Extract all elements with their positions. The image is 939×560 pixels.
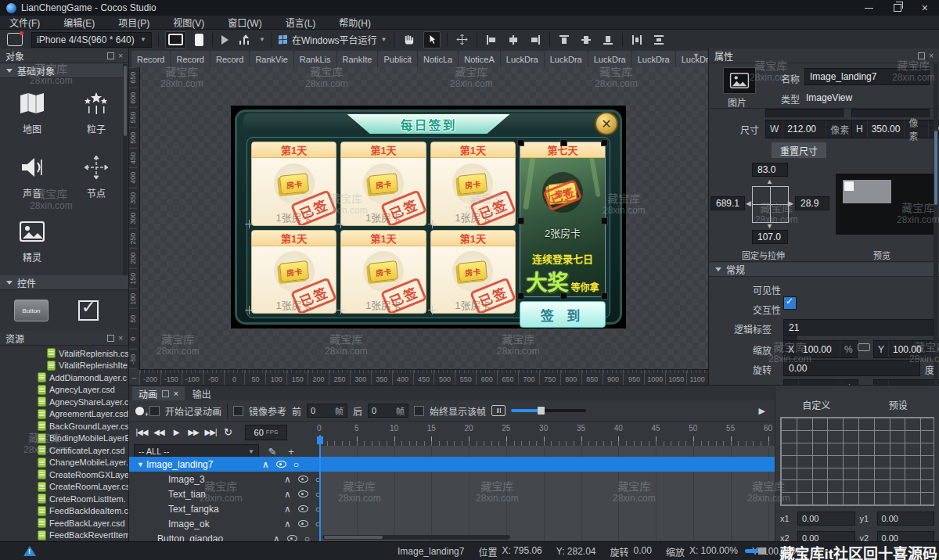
close-panel-icon[interactable]: × xyxy=(929,52,934,60)
align-center-button[interactable] xyxy=(505,32,521,48)
fps-input[interactable]: 60 FPS xyxy=(245,425,287,440)
keyframe-circle-icon[interactable]: ○ xyxy=(293,459,299,470)
document-tab[interactable]: NoticeA × xyxy=(459,51,500,67)
signin-day-card[interactable]: 第1天房卡1张房卡已签 xyxy=(340,142,426,226)
document-tab[interactable]: LuckDra × xyxy=(545,51,588,67)
document-tab[interactable]: NoticLa × xyxy=(418,51,458,67)
onion-skin-icon[interactable] xyxy=(491,405,505,416)
tab-output[interactable]: 输出 xyxy=(186,386,218,400)
tab-custom[interactable]: 自定义 xyxy=(775,398,858,414)
publish-button[interactable] xyxy=(237,32,253,48)
selection-handle[interactable] xyxy=(517,139,524,146)
height-input[interactable]: H 350.00 像素 ▼ xyxy=(851,120,939,138)
object-item-sprite[interactable]: 精灵 xyxy=(0,211,64,275)
portrait-button[interactable] xyxy=(192,32,206,48)
go-first-frame-button[interactable]: |◀◀ xyxy=(134,425,149,440)
device-select[interactable]: iPhone 4/4S(960 * 640) ▼ xyxy=(31,32,152,48)
float-panel-icon[interactable] xyxy=(107,335,114,342)
loop-button[interactable]: ↻ xyxy=(220,425,236,440)
close-panel-icon[interactable]: × xyxy=(118,52,123,60)
selection-handle[interactable] xyxy=(601,139,608,146)
resource-file-row[interactable]: FeedBackRevertItem xyxy=(0,529,128,542)
signin-button[interactable]: 签 到 xyxy=(520,301,606,328)
record-checkbox[interactable] xyxy=(149,406,160,416)
onion-opacity-slider[interactable] xyxy=(511,409,586,412)
next-frame-button[interactable]: ▶▶ xyxy=(185,425,201,440)
curve-grid[interactable] xyxy=(780,417,934,506)
selection-handle[interactable] xyxy=(560,139,567,146)
stage[interactable]: 每日签到 ✕ 第1天房卡1张房卡已签第1天房卡1张房卡已签第1天房卡1张房卡已签… xyxy=(231,106,626,328)
menu-item[interactable]: 文件(F) xyxy=(9,16,40,29)
basic-objects-section[interactable]: 基础对象 xyxy=(0,63,128,78)
tab-preset[interactable]: 预设 xyxy=(858,398,939,414)
prev-frame-button[interactable]: ◀◀ xyxy=(151,425,167,440)
resource-file-row[interactable]: BackGroundLayer.cs xyxy=(0,420,128,433)
resource-file-row[interactable]: AgreementLayer.csd xyxy=(0,408,128,421)
menu-item[interactable]: 语言(L) xyxy=(286,16,316,29)
align-bottom-button[interactable] xyxy=(600,32,616,48)
signin-day-card[interactable]: 第1天房卡1张房卡已签 xyxy=(340,230,426,314)
distribute-h-button[interactable] xyxy=(629,32,645,48)
lock-toggle-icon[interactable]: ∧ xyxy=(284,489,291,500)
signin-day-card[interactable]: 第1天房卡1张房卡已签 xyxy=(430,142,516,226)
dialog-close-button[interactable]: ✕ xyxy=(595,112,618,135)
mirror-checkbox[interactable] xyxy=(233,406,243,416)
selected-image-landing7[interactable]: 第七天 房卡 已签 2张房卡 连续登录七日 大奖 等你拿 xyxy=(520,142,606,297)
anchor-right-input[interactable]: 28.9 xyxy=(795,196,829,210)
day7-column[interactable]: 第七天 房卡 已签 2张房卡 连续登录七日 大奖 等你拿 xyxy=(520,142,606,314)
timeline-hscrollbar[interactable] xyxy=(322,535,510,540)
resource-file-row[interactable]: FeedBackLayer.csd xyxy=(0,517,128,529)
anchor-left-input[interactable]: 689.1 xyxy=(711,196,745,210)
resource-file-row[interactable]: CreateRoomGXLayer xyxy=(0,468,128,481)
close-icon[interactable]: × xyxy=(922,4,928,12)
anchor-bottom-input[interactable]: 107.0 xyxy=(752,230,788,244)
signin-day-card[interactable]: 第1天房卡1张房卡已签 xyxy=(251,142,336,226)
document-tab[interactable]: LuckDra × xyxy=(588,51,631,67)
objects-scrollbar[interactable] xyxy=(123,64,128,275)
signin-day-card[interactable]: 第1天房卡1张房卡已签 xyxy=(430,230,516,314)
resource-file-row[interactable]: CreateRoomLayer.cs xyxy=(0,481,128,494)
timeline-track-row[interactable]: ▼ Image_ok ∧ ○ xyxy=(129,516,775,531)
visibility-eye-icon[interactable] xyxy=(298,520,308,527)
object-item-map[interactable]: 地图 xyxy=(0,83,64,147)
tag-input[interactable]: 21 xyxy=(783,319,934,336)
object-item-node[interactable]: 节点 xyxy=(64,147,128,211)
document-tab[interactable]: LuckDra × xyxy=(501,51,544,67)
timeline-ruler-ticks[interactable] xyxy=(319,435,775,446)
visibility-eye-icon[interactable] xyxy=(298,490,308,497)
document-tab[interactable]: Record × xyxy=(210,51,249,67)
tab-animation[interactable]: 动画 × xyxy=(132,386,185,400)
design-canvas[interactable]: 650600550500450400350300250200150100500-… xyxy=(129,67,708,385)
menu-item[interactable]: 项目(P) xyxy=(118,16,149,29)
menu-item[interactable]: 视图(V) xyxy=(173,16,204,29)
add-animation-icon[interactable]: + xyxy=(286,446,297,458)
resource-file-row[interactable]: ChangeMobileLayer. xyxy=(0,457,128,469)
resource-file-row[interactable]: BindingMobileLayerE xyxy=(0,433,128,445)
visibility-eye-icon[interactable] xyxy=(287,535,297,541)
scale-y-input[interactable]: Y100.00% xyxy=(873,340,939,358)
selection-handle[interactable] xyxy=(601,217,608,224)
document-tab[interactable]: Publicit × xyxy=(378,51,416,67)
document-tab[interactable]: RankLis × xyxy=(294,51,336,67)
align-top-button[interactable] xyxy=(556,32,572,48)
restore-icon[interactable] xyxy=(894,4,901,12)
controls-section[interactable]: 控件 xyxy=(0,275,128,290)
align-left-button[interactable] xyxy=(484,32,499,48)
resource-file-row[interactable]: CertificateLayer.csd xyxy=(0,444,128,457)
link-scale-icon[interactable] xyxy=(858,343,870,351)
checkbox-widget-icon[interactable] xyxy=(78,300,99,321)
selection-handle[interactable] xyxy=(601,293,608,300)
distribute-v-button[interactable] xyxy=(651,32,667,48)
menu-item[interactable]: 窗口(W) xyxy=(228,16,261,29)
anchor-top-input[interactable]: 83.0 xyxy=(752,163,788,177)
visibility-eye-icon[interactable] xyxy=(298,476,308,483)
edit-pencil-icon[interactable]: ✎ xyxy=(267,446,278,458)
document-tab[interactable]: RankVie × xyxy=(250,51,293,67)
scale-x-input[interactable]: X100.00% xyxy=(783,340,858,358)
close-panel-icon[interactable]: × xyxy=(118,334,123,343)
select-tool-button[interactable] xyxy=(423,31,441,48)
tab-overflow-chevron[interactable]: ▼ xyxy=(693,52,704,63)
float-panel-icon[interactable] xyxy=(918,52,925,59)
transform-tool-button[interactable] xyxy=(454,32,470,48)
align-middle-button[interactable] xyxy=(578,32,594,48)
